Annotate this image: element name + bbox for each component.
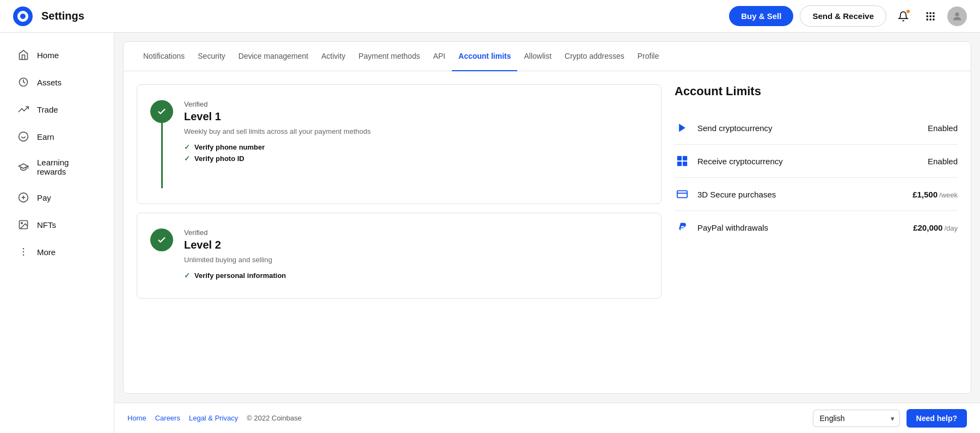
layout: Home Assets Trade Earn Learning rewards [0,33,980,433]
tab-crypto-addresses[interactable]: Crypto addresses [558,42,631,71]
3ds-value: £1,500/week [912,190,958,199]
sidebar-item-pay[interactable]: Pay [4,184,109,211]
level1-title: Level 1 [184,110,646,123]
assets-icon [17,76,29,88]
limit-left-3ds: 3D Secure purchases [675,187,776,202]
sidebar-item-earn[interactable]: Earn [4,123,109,150]
paypal-icon [675,220,690,235]
svg-point-0 [13,7,33,26]
coinbase-logo-icon [13,7,33,26]
grid-menu-button[interactable] [920,6,941,27]
tab-api[interactable]: API [426,42,452,71]
notifications-button[interactable] [893,6,914,27]
level2-info: Verified Level 2 Unlimited buying and se… [184,228,646,283]
sidebar-item-learning-rewards[interactable]: Learning rewards [4,151,109,183]
receive-crypto-icon [675,153,690,169]
limit-row-paypal: PayPal withdrawals £20,000/day [675,211,958,244]
sidebar-item-trade[interactable]: Trade [4,96,109,122]
limits-title: Account Limits [675,84,958,98]
tab-device-management[interactable]: Device management [232,42,315,71]
sidebar-item-more[interactable]: More [4,239,109,265]
home-icon [17,49,29,61]
tab-payment-methods[interactable]: Payment methods [352,42,427,71]
level1-item0: ✓ Verify phone number [184,143,646,151]
svg-rect-24 [677,162,682,166]
limit-left-receive: Receive cryptocurrency [675,153,783,169]
settings-tabs: Notifications Security Device management… [124,42,971,71]
language-select[interactable]: English [813,410,900,427]
sidebar-label-nfts: NFTs [37,220,56,230]
send-crypto-value: Enabled [928,123,958,133]
sidebar-item-home[interactable]: Home [4,42,109,68]
sidebar-label-learning: Learning rewards [37,158,96,176]
notification-dot [906,9,910,14]
sidebar-label-home: Home [37,51,59,60]
svg-rect-2 [929,12,931,14]
sidebar-label-assets: Assets [37,78,62,87]
tab-notifications[interactable]: Notifications [137,42,191,71]
tab-profile[interactable]: Profile [631,42,666,71]
tab-account-limits[interactable]: Account limits [452,42,517,71]
level2-desc: Unlimited buying and selling [184,256,646,264]
footer-link-legal[interactable]: Legal & Privacy [189,414,238,422]
grid-icon [925,11,936,22]
svg-marker-21 [679,124,685,132]
limit-row-send: Send cryptocurrency Enabled [675,112,958,145]
sidebar: Home Assets Trade Earn Learning rewards [0,33,114,433]
avatar-icon [951,10,963,22]
svg-point-19 [23,251,24,253]
limits-section: Account Limits Send cryptocurrency Enabl… [675,84,958,380]
check-icon-2: ✓ [184,271,190,280]
footer-link-careers[interactable]: Careers [155,414,180,422]
more-icon [17,246,29,258]
svg-rect-1 [927,12,928,14]
user-avatar[interactable] [947,7,967,26]
tab-allowlist[interactable]: Allowlist [517,42,558,71]
svg-rect-23 [683,156,687,160]
limit-row-3ds: 3D Secure purchases £1,500/week [675,178,958,211]
main-content: Notifications Security Device management… [114,33,980,433]
svg-point-10 [955,12,959,16]
send-receive-button[interactable]: Send & Receive [800,5,886,27]
language-wrapper: English [813,410,900,427]
limit-row-receive: Receive cryptocurrency Enabled [675,145,958,178]
level1-card: Verified Level 1 Weekly buy and sell lim… [137,84,661,204]
earn-icon [17,131,29,143]
verification-section: Verified Level 1 Weekly buy and sell lim… [137,84,661,380]
paypal-label: PayPal withdrawals [697,223,768,232]
limit-left-paypal: PayPal withdrawals [675,220,768,235]
sidebar-label-earn: Earn [37,132,54,141]
sidebar-item-nfts[interactable]: NFTs [4,212,109,238]
svg-point-17 [21,222,23,224]
svg-point-20 [23,255,24,256]
header-right: Buy & Sell Send & Receive [729,5,967,27]
svg-rect-8 [929,18,931,20]
limit-left-send: Send cryptocurrency [675,120,773,135]
svg-rect-7 [927,18,928,20]
sidebar-item-assets[interactable]: Assets [4,69,109,95]
connector-line [161,123,163,188]
send-crypto-icon [675,120,690,135]
level1-desc: Weekly buy and sell limits across all yo… [184,127,646,135]
svg-rect-25 [683,162,687,166]
level1-indicator [150,100,173,188]
level2-title: Level 2 [184,239,646,251]
send-crypto-label: Send cryptocurrency [697,123,773,133]
footer: Home Careers Legal & Privacy © 2022 Coin… [114,403,980,433]
level1-check [150,100,173,123]
header: Settings Buy & Sell Send & Receive [0,0,980,33]
tab-activity[interactable]: Activity [315,42,352,71]
buy-sell-button[interactable]: Buy & Sell [729,6,793,26]
svg-rect-22 [677,156,682,160]
need-help-button[interactable]: Need help? [906,409,967,428]
svg-rect-6 [933,15,934,17]
level1-item1: ✓ Verify photo ID [184,154,646,163]
svg-point-18 [23,248,24,250]
svg-rect-4 [927,15,928,17]
learning-icon [17,161,29,173]
level1-info: Verified Level 1 Weekly buy and sell lim… [184,100,646,166]
footer-copyright: © 2022 Coinbase [247,414,302,422]
tab-security[interactable]: Security [191,42,232,71]
footer-link-home[interactable]: Home [127,414,146,422]
check-icon-1: ✓ [184,154,190,163]
